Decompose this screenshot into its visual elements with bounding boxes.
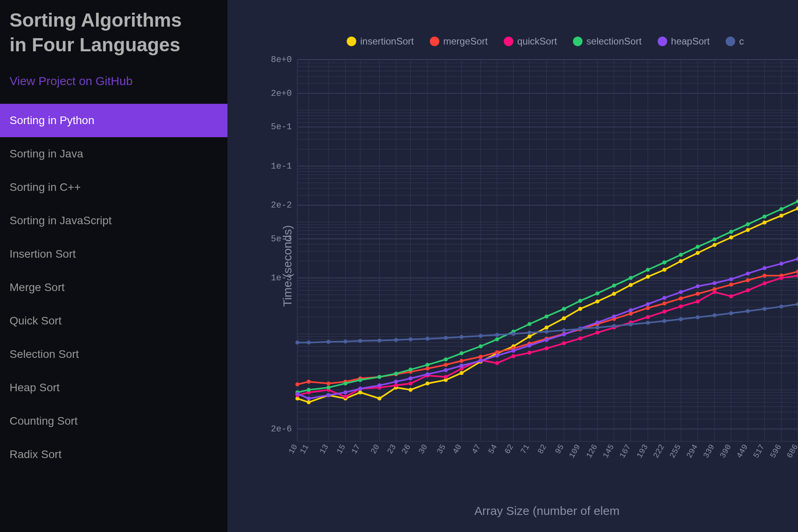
- point[interactable]: [495, 337, 499, 341]
- point[interactable]: [425, 381, 429, 385]
- point[interactable]: [444, 357, 448, 361]
- point[interactable]: [425, 337, 429, 341]
- point[interactable]: [460, 371, 464, 375]
- point[interactable]: [511, 332, 515, 336]
- point[interactable]: [377, 339, 381, 343]
- point[interactable]: [358, 386, 362, 390]
- point[interactable]: [358, 339, 362, 343]
- point[interactable]: [409, 337, 413, 341]
- sidebar-item-8[interactable]: Heap Sort: [0, 371, 227, 404]
- point[interactable]: [679, 297, 683, 301]
- point[interactable]: [595, 299, 599, 303]
- point[interactable]: [358, 390, 362, 394]
- point[interactable]: [746, 309, 750, 313]
- point[interactable]: [696, 245, 700, 249]
- point[interactable]: [528, 334, 532, 338]
- point[interactable]: [326, 393, 330, 397]
- point[interactable]: [307, 400, 311, 404]
- point[interactable]: [409, 377, 413, 381]
- point[interactable]: [326, 340, 330, 344]
- point[interactable]: [729, 294, 733, 298]
- point[interactable]: [344, 395, 348, 399]
- point[interactable]: [307, 396, 311, 400]
- point[interactable]: [763, 282, 767, 285]
- point[interactable]: [495, 353, 499, 357]
- point[interactable]: [578, 307, 582, 311]
- point[interactable]: [377, 396, 381, 400]
- point[interactable]: [763, 221, 767, 225]
- point[interactable]: [377, 375, 381, 379]
- point[interactable]: [713, 281, 716, 285]
- point[interactable]: [679, 317, 683, 321]
- point[interactable]: [713, 290, 716, 294]
- point[interactable]: [460, 351, 464, 355]
- point[interactable]: [528, 331, 532, 335]
- point[interactable]: [729, 277, 733, 281]
- point[interactable]: [629, 276, 633, 280]
- point[interactable]: [545, 315, 549, 318]
- point[interactable]: [394, 380, 398, 384]
- point[interactable]: [460, 364, 464, 368]
- sidebar-item-5[interactable]: Merge Sort: [0, 271, 227, 304]
- legend-item-quickSort[interactable]: quickSort: [504, 36, 557, 47]
- point[interactable]: [295, 341, 299, 345]
- point[interactable]: [425, 367, 429, 371]
- point[interactable]: [612, 324, 616, 328]
- point[interactable]: [444, 375, 448, 379]
- sidebar-item-10[interactable]: Radix Sort: [0, 438, 227, 471]
- point[interactable]: [696, 292, 700, 296]
- point[interactable]: [545, 338, 549, 342]
- point[interactable]: [629, 322, 633, 326]
- point[interactable]: [679, 259, 683, 263]
- point[interactable]: [713, 237, 716, 241]
- legend-item-insertionSort[interactable]: insertionSort: [347, 36, 414, 47]
- point[interactable]: [646, 306, 650, 310]
- point[interactable]: [595, 331, 599, 335]
- point[interactable]: [612, 283, 616, 287]
- point[interactable]: [460, 359, 464, 363]
- point[interactable]: [746, 278, 750, 282]
- point[interactable]: [495, 333, 499, 337]
- point[interactable]: [646, 268, 650, 272]
- point[interactable]: [545, 346, 549, 350]
- point[interactable]: [479, 359, 483, 363]
- sidebar-item-3[interactable]: Sorting in JavaScript: [0, 204, 227, 237]
- point[interactable]: [746, 222, 750, 226]
- point[interactable]: [746, 288, 750, 292]
- point[interactable]: [646, 321, 650, 325]
- point[interactable]: [444, 368, 448, 372]
- github-link[interactable]: View Project on GitHub: [0, 65, 227, 104]
- point[interactable]: [595, 320, 599, 324]
- point[interactable]: [729, 235, 733, 239]
- point[interactable]: [562, 332, 566, 336]
- point[interactable]: [779, 262, 783, 266]
- point[interactable]: [763, 215, 767, 219]
- point[interactable]: [562, 316, 566, 320]
- point[interactable]: [746, 272, 750, 276]
- point[interactable]: [394, 372, 398, 376]
- point[interactable]: [746, 228, 750, 232]
- point[interactable]: [578, 336, 582, 340]
- point[interactable]: [629, 283, 633, 287]
- point[interactable]: [779, 276, 783, 280]
- point[interactable]: [394, 383, 398, 387]
- point[interactable]: [425, 363, 429, 367]
- point[interactable]: [779, 207, 783, 211]
- point[interactable]: [595, 326, 599, 330]
- point[interactable]: [307, 380, 311, 384]
- point[interactable]: [763, 274, 767, 278]
- point[interactable]: [696, 299, 700, 303]
- point[interactable]: [409, 381, 413, 385]
- point[interactable]: [511, 349, 515, 353]
- point[interactable]: [479, 344, 483, 348]
- point[interactable]: [394, 338, 398, 342]
- point[interactable]: [696, 284, 700, 288]
- sidebar-item-6[interactable]: Quick Sort: [0, 304, 227, 338]
- point[interactable]: [444, 363, 448, 367]
- point[interactable]: [425, 372, 429, 376]
- point[interactable]: [679, 253, 683, 257]
- point[interactable]: [528, 351, 532, 355]
- point[interactable]: [662, 296, 666, 300]
- legend-item-heapSort[interactable]: heapSort: [658, 36, 710, 47]
- point[interactable]: [307, 341, 311, 345]
